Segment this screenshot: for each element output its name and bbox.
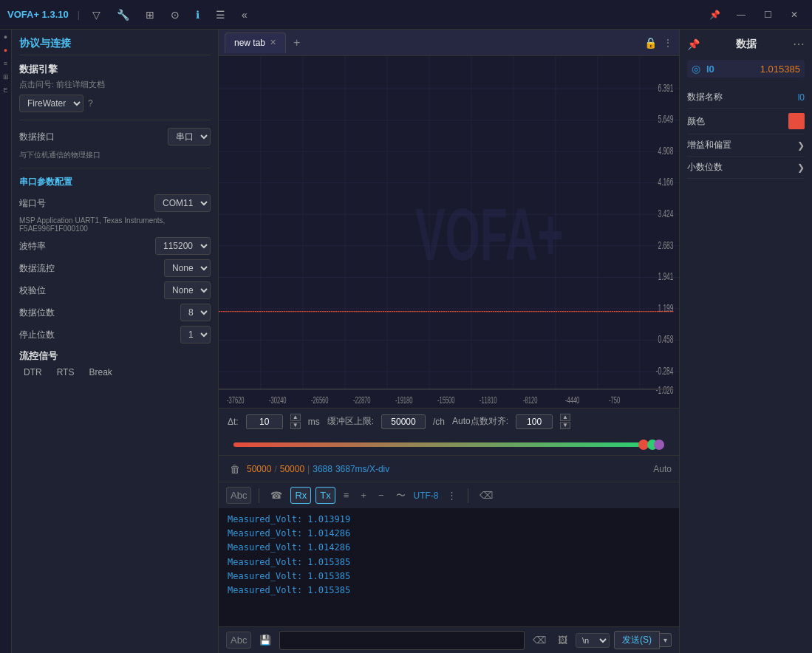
panel-title: 协议与连接 xyxy=(19,37,211,55)
more-icon[interactable]: ⋮ xyxy=(443,488,460,502)
abc-btn[interactable]: Abc xyxy=(226,487,251,504)
rail-dot-2[interactable]: ● xyxy=(4,47,7,54)
buffer-input[interactable] xyxy=(381,414,426,429)
svg-text:-15500: -15500 xyxy=(437,395,455,405)
svg-text:-30240: -30240 xyxy=(269,395,287,405)
ctrl-value4: 3687ms/X-div xyxy=(335,464,389,474)
svg-text:-11810: -11810 xyxy=(480,395,497,405)
svg-text:4.166: 4.166 xyxy=(658,177,674,188)
svg-text:4.908: 4.908 xyxy=(658,146,674,157)
delete-icon[interactable]: 🗑 xyxy=(226,461,244,477)
svg-text:1.941: 1.941 xyxy=(658,271,674,282)
delta-input[interactable] xyxy=(246,414,283,429)
slider-row xyxy=(219,434,679,455)
dtr-button[interactable]: DTR xyxy=(19,366,47,379)
rail-dot-3[interactable]: ≡ xyxy=(4,60,7,67)
name-row: 数据名称 l0 xyxy=(687,86,805,109)
toolbar-icon-2[interactable]: 🔧 xyxy=(113,7,133,22)
auto-down-btn[interactable]: ▼ xyxy=(560,422,570,429)
toolbar-icon-1[interactable]: ▽ xyxy=(89,7,104,22)
minus-icon[interactable]: − xyxy=(375,488,388,502)
data-engine-link[interactable]: 点击问号: 前往详细文档 xyxy=(19,79,211,90)
badge-icon: ◎ xyxy=(692,63,700,75)
toolbar-icon-4[interactable]: ⊙ xyxy=(167,7,183,22)
data-engine-row: FireWater ? xyxy=(19,95,211,112)
toolbar-icon-more[interactable]: « xyxy=(238,7,251,22)
databits-label: 数据位数 xyxy=(19,307,55,319)
right-pin-icon[interactable]: 📌 xyxy=(687,38,700,50)
slider-track[interactable] xyxy=(233,442,664,447)
stopbits-label: 停止位数 xyxy=(19,329,55,341)
rts-button[interactable]: RTS xyxy=(52,366,79,379)
buffer-unit: /ch xyxy=(433,417,445,427)
format-icon[interactable]: ≡ xyxy=(340,488,353,502)
tab-close-icon[interactable]: ✕ xyxy=(270,38,276,47)
baud-label: 波特率 xyxy=(19,240,46,253)
tab-add-icon[interactable]: + xyxy=(289,36,304,49)
toolbar-icon-3[interactable]: ⊞ xyxy=(142,7,158,22)
baud-select[interactable]: 115200 xyxy=(155,237,211,255)
tab-more-icon[interactable]: ⋮ xyxy=(663,37,673,49)
decimal-chevron[interactable]: ❯ xyxy=(797,163,805,173)
pin-button[interactable]: 📌 xyxy=(704,4,725,25)
toolbar-icon-fp[interactable]: ☰ xyxy=(212,7,229,22)
data-badge: ◎ l0 1.015385 xyxy=(687,60,805,78)
svg-text:-4440: -4440 xyxy=(565,395,580,405)
right-more-icon[interactable]: ⋯ xyxy=(793,37,805,51)
slider-thumb-purple[interactable] xyxy=(654,440,664,450)
console-line-5: Measured_Volt: 1.015385 xyxy=(228,570,670,584)
phone-icon[interactable]: ☎ xyxy=(267,488,286,502)
close-button[interactable]: ✕ xyxy=(784,4,805,25)
tab-new[interactable]: new tab ✕ xyxy=(225,33,286,53)
rail-dot-5[interactable]: E xyxy=(3,86,7,94)
send-button[interactable]: 发送(S) xyxy=(614,631,660,649)
bottom-save-icon[interactable]: 💾 xyxy=(256,633,275,647)
console-line-1: Measured_Volt: 1.013919 xyxy=(228,513,670,527)
svg-text:0.458: 0.458 xyxy=(658,334,674,345)
port-desc: MSP Application UART1, Texas Instruments… xyxy=(19,216,211,233)
question-icon[interactable]: ? xyxy=(88,98,93,109)
data-engine-select[interactable]: FireWater xyxy=(19,95,83,112)
data-interface-select[interactable]: 串口 xyxy=(168,128,211,146)
toolbar-icon-info[interactable]: ℹ xyxy=(192,7,203,22)
svg-text:2.683: 2.683 xyxy=(658,239,674,250)
parity-select[interactable]: None xyxy=(164,281,211,299)
data-interface-row: 数据接口 串口 xyxy=(19,128,211,146)
bottom-clear-icon[interactable]: ⌫ xyxy=(529,633,550,647)
bottom-abc-btn[interactable]: Abc xyxy=(226,632,251,649)
plus-icon[interactable]: + xyxy=(357,488,370,502)
svg-text:-1.026: -1.026 xyxy=(656,385,674,396)
tab-bar: new tab ✕ + 🔒 ⋮ xyxy=(219,30,679,56)
minimize-button[interactable]: — xyxy=(731,4,751,25)
rx-btn[interactable]: Rx xyxy=(290,487,311,504)
escape-select[interactable]: \n \r\n xyxy=(576,633,610,648)
console-area: Measured_Volt: 1.013919 Measured_Volt: 1… xyxy=(219,508,679,626)
name-label: 数据名称 xyxy=(687,91,723,103)
bottom-input[interactable] xyxy=(279,631,525,650)
delta-up-btn[interactable]: ▲ xyxy=(290,414,301,421)
stopbits-select[interactable]: 1 xyxy=(180,326,211,343)
color-swatch[interactable] xyxy=(788,113,805,129)
buffer-label: 缓冲区上限: xyxy=(327,415,374,428)
bottom-img-icon[interactable]: 🖼 xyxy=(554,633,571,647)
rail-dot-4[interactable]: ⊞ xyxy=(3,73,9,81)
break-button[interactable]: Break xyxy=(84,366,116,379)
send-arrow-btn[interactable]: ▾ xyxy=(660,633,672,647)
rail-dot-1[interactable]: ● xyxy=(4,33,7,41)
auto-input[interactable] xyxy=(516,414,553,429)
flow-select[interactable]: None xyxy=(164,259,211,277)
tab-lock-icon[interactable]: 🔒 xyxy=(644,37,657,49)
clear-icon[interactable]: ⌫ xyxy=(476,488,497,502)
center-panel: new tab ✕ + 🔒 ⋮ xyxy=(219,30,679,653)
maximize-button[interactable]: ☐ xyxy=(757,4,778,25)
port-select[interactable]: COM11 xyxy=(154,194,211,212)
decimal-label: 小数位数 xyxy=(687,161,723,174)
tx-btn[interactable]: Tx xyxy=(315,487,335,504)
delta-down-btn[interactable]: ▼ xyxy=(290,422,301,429)
svg-text:-8120: -8120 xyxy=(523,395,538,405)
auto-up-btn[interactable]: ▲ xyxy=(560,414,570,421)
wave-icon[interactable]: 〜 xyxy=(392,488,409,504)
gain-chevron[interactable]: ❯ xyxy=(797,140,805,151)
databits-select[interactable]: 8 xyxy=(180,304,211,321)
svg-text:5.649: 5.649 xyxy=(658,114,674,125)
